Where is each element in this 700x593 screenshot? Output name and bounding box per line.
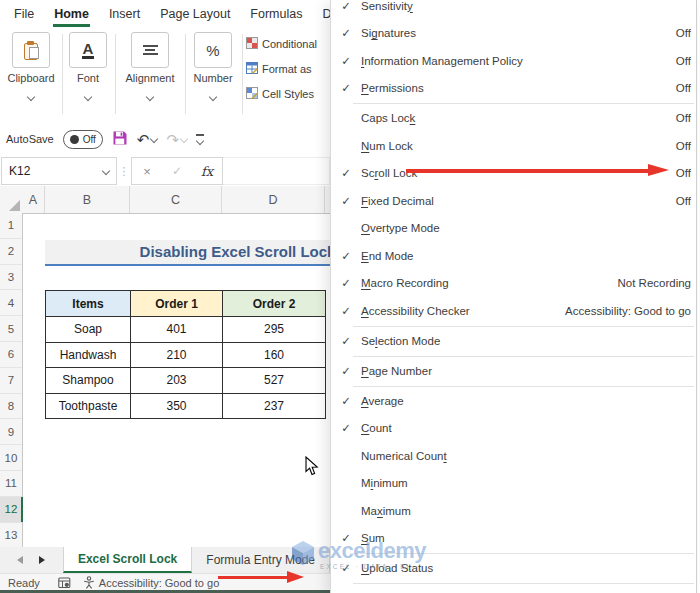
menu-item-overtype-mode[interactable]: Overtype Mode bbox=[331, 215, 696, 243]
menu-item-selection-mode[interactable]: ✓Selection Mode bbox=[331, 327, 696, 355]
menu-item-average[interactable]: ✓Average bbox=[331, 387, 696, 415]
sheet-tab-excel-scroll-lock[interactable]: Excel Scroll Lock bbox=[63, 547, 192, 573]
previous-sheet-icon[interactable] bbox=[17, 556, 23, 564]
drag-handle-icon[interactable]: ⋮ bbox=[117, 156, 131, 186]
menu-item-macro-recording[interactable]: ✓Macro RecordingNot Recording bbox=[331, 270, 696, 298]
redo-button[interactable]: ↷ bbox=[166, 132, 187, 147]
row-headers: 12345678910111213 bbox=[0, 213, 23, 547]
ribbon-group-alignment[interactable]: Alignment bbox=[120, 32, 180, 104]
row-header-10[interactable]: 10 bbox=[0, 445, 22, 471]
row-header-2[interactable]: 2 bbox=[0, 239, 22, 265]
table-cell[interactable]: 210 bbox=[131, 342, 223, 368]
select-all-corner[interactable] bbox=[0, 186, 23, 214]
menu-item-num-lock[interactable]: Num LockOff bbox=[331, 132, 696, 160]
name-box[interactable]: K12 bbox=[1, 157, 117, 185]
table-header-items[interactable]: Items bbox=[46, 291, 131, 317]
styles-button-conditional[interactable]: Conditional bbox=[246, 31, 330, 56]
sheet-title-cell[interactable]: Disabling Excel Scroll Lock bbox=[45, 240, 330, 266]
save-icon[interactable] bbox=[112, 130, 128, 148]
ribbon-tab-page-layout[interactable]: Page Layout bbox=[150, 0, 240, 28]
column-header-a[interactable]: A bbox=[22, 186, 45, 213]
row-header-8[interactable]: 8 bbox=[0, 394, 22, 420]
row-header-5[interactable]: 5 bbox=[0, 316, 22, 342]
menu-item-caps-lock[interactable]: Caps LockOff bbox=[331, 105, 696, 133]
menu-item-minimum[interactable]: Minimum bbox=[331, 470, 696, 498]
chevron-down-icon[interactable] bbox=[84, 93, 92, 101]
next-sheet-icon[interactable] bbox=[39, 556, 45, 564]
menu-item-accessibility-checker[interactable]: ✓Accessibility CheckerAccessibility: Goo… bbox=[331, 297, 696, 325]
menu-item-sum[interactable]: ✓Sum bbox=[331, 525, 696, 553]
menu-item-page-number[interactable]: ✓Page Number bbox=[331, 357, 696, 385]
autosave-toggle[interactable]: Off bbox=[63, 130, 103, 149]
row-header-9[interactable]: 9 bbox=[0, 419, 22, 445]
row-header-13[interactable]: 13 bbox=[0, 523, 22, 547]
insert-function-icon[interactable]: fx bbox=[192, 158, 222, 184]
font-icon[interactable]: A bbox=[69, 32, 107, 68]
column-header-c[interactable]: C bbox=[130, 186, 222, 213]
menu-item-maximum[interactable]: Maximum bbox=[331, 497, 696, 525]
table-header-order-1[interactable]: Order 1 bbox=[131, 291, 223, 317]
menu-item-sensitivity[interactable]: ✓Sensitivity bbox=[331, 0, 696, 20]
sheet-tab-formula-entry-mode[interactable]: Formula Entry Mode bbox=[192, 547, 330, 573]
menu-item-signatures[interactable]: ✓SignaturesOff bbox=[331, 20, 696, 48]
row-header-12[interactable]: 12 bbox=[0, 497, 22, 523]
styles-button-format-as[interactable]: Format as bbox=[246, 56, 330, 81]
column-header-d[interactable]: D bbox=[222, 186, 325, 213]
table-cell[interactable]: Soap bbox=[46, 317, 131, 343]
menu-item-information-management-policy[interactable]: ✓Information Management PolicyOff bbox=[331, 47, 696, 75]
chevron-down-icon[interactable] bbox=[150, 135, 158, 143]
ribbon-tab-insert[interactable]: Insert bbox=[99, 0, 150, 28]
alignment-icon[interactable] bbox=[131, 32, 169, 68]
menu-item-end-mode[interactable]: ✓End Mode bbox=[331, 242, 696, 270]
sheet-tab-strip: Excel Scroll LockFormula Entry Mode bbox=[0, 547, 330, 573]
cancel-icon[interactable]: × bbox=[132, 158, 162, 184]
table-cell[interactable]: 160 bbox=[223, 342, 326, 368]
customize-toolbar-button[interactable] bbox=[196, 134, 204, 144]
menu-item-upload-status[interactable]: ✓Upload Status bbox=[331, 555, 696, 583]
macro-record-icon[interactable] bbox=[58, 577, 71, 589]
column-header-b[interactable]: B bbox=[45, 186, 130, 213]
menu-item-fixed-decimal[interactable]: ✓Fixed DecimalOff bbox=[331, 187, 696, 215]
row-header-11[interactable]: 11 bbox=[0, 471, 22, 497]
chevron-down-icon[interactable] bbox=[146, 93, 154, 101]
ribbon-tab-formulas[interactable]: Formulas bbox=[240, 0, 312, 28]
table-cell[interactable]: 350 bbox=[131, 393, 223, 419]
menu-item-view-shortcuts[interactable]: ✓View Shortcuts bbox=[331, 585, 696, 593]
row-header-4[interactable]: 4 bbox=[0, 290, 22, 316]
table-cell[interactable]: Handwash bbox=[46, 342, 131, 368]
ribbon-tab-file[interactable]: File bbox=[4, 0, 44, 28]
table-cell[interactable]: 527 bbox=[223, 368, 326, 394]
accessibility-status[interactable]: Accessibility: Good to go bbox=[99, 577, 219, 589]
menu-item-permissions[interactable]: ✓PermissionsOff bbox=[331, 75, 696, 103]
row-header-1[interactable]: 1 bbox=[0, 213, 22, 239]
table-cell[interactable]: Toothpaste bbox=[46, 393, 131, 419]
ribbon-group-clipboard[interactable]: Clipboard bbox=[1, 32, 61, 104]
formula-input[interactable] bbox=[223, 157, 330, 185]
ribbon-group-font[interactable]: A Font bbox=[58, 32, 118, 104]
percent-icon[interactable]: % bbox=[194, 32, 232, 68]
menu-item-scroll-lock[interactable]: ✓Scroll LockOff bbox=[331, 160, 696, 188]
chevron-down-icon[interactable] bbox=[209, 93, 217, 101]
menu-item-label: Upload Status bbox=[361, 562, 433, 574]
table-cell[interactable]: 295 bbox=[223, 317, 326, 343]
ribbon-tab-home[interactable]: Home bbox=[44, 0, 99, 28]
ribbon-group-number[interactable]: % Number bbox=[183, 32, 243, 104]
row-header-3[interactable]: 3 bbox=[0, 265, 22, 291]
table-cell[interactable]: 203 bbox=[131, 368, 223, 394]
row-header-6[interactable]: 6 bbox=[0, 342, 22, 368]
chevron-down-icon[interactable] bbox=[102, 167, 110, 175]
table-cell[interactable]: 237 bbox=[223, 393, 326, 419]
clipboard-icon[interactable] bbox=[12, 32, 50, 68]
styles-button-label: Cell Styles bbox=[262, 88, 314, 100]
menu-item-numerical-count[interactable]: Numerical Count bbox=[331, 442, 696, 470]
row-header-7[interactable]: 7 bbox=[0, 368, 22, 394]
enter-icon[interactable]: ✓ bbox=[162, 158, 192, 184]
table-cell[interactable]: 401 bbox=[131, 317, 223, 343]
chevron-down-icon[interactable] bbox=[27, 93, 35, 101]
table-header-order-2[interactable]: Order 2 bbox=[223, 291, 326, 317]
styles-button-cell-styles[interactable]: Cell Styles bbox=[246, 81, 330, 106]
undo-button[interactable]: ↶ bbox=[137, 132, 158, 147]
table-cell[interactable]: Shampoo bbox=[46, 368, 131, 394]
menu-item-count[interactable]: ✓Count bbox=[331, 415, 696, 443]
ribbon-tab-data[interactable]: Data bbox=[312, 0, 330, 28]
